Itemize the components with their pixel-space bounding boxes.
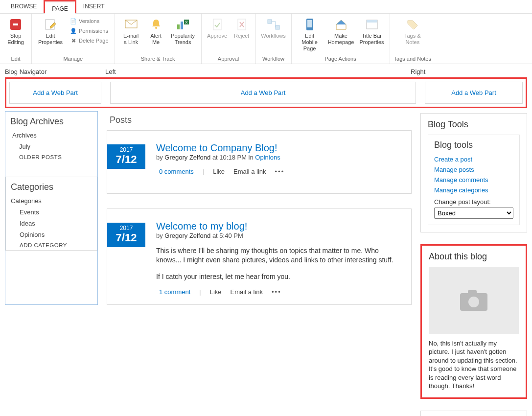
post-date: 7/12: [107, 231, 145, 244]
svg-rect-18: [468, 290, 477, 295]
zone-headers: Blog Navigator Left Right: [0, 68, 532, 75]
blog-tools-panel: Blog Tools Blog tools Create a post Mana…: [420, 113, 527, 232]
post-meta: by Gregory Zelfond at 5:40 PM: [156, 232, 401, 239]
title-bar-label: Title Bar Properties: [359, 33, 384, 46]
alert-me-label: Alert Me: [149, 33, 163, 46]
versions-button[interactable]: 📄Versions: [68, 17, 111, 25]
post-at: at 10:18 PM in: [210, 154, 255, 161]
svg-point-19: [468, 297, 479, 307]
post-category-link[interactable]: Opinions: [255, 154, 280, 161]
tab-insert[interactable]: INSERT: [76, 0, 112, 13]
post-like-button[interactable]: Like: [210, 288, 222, 296]
blog-navigator-zone: Blog Archives Archives July OLDER POSTS …: [5, 111, 98, 305]
popularity-label: Popularity Trends: [171, 33, 195, 46]
stop-icon: [9, 18, 23, 31]
ribbon-tabs: BROWSE PAGE INSERT: [0, 0, 532, 14]
stop-editing-label: Stop Editing: [7, 33, 24, 46]
categories-heading: Categories: [6, 177, 97, 195]
bell-icon: [149, 18, 163, 31]
change-layout-label: Change post layout:: [434, 198, 513, 206]
reject-button[interactable]: Reject: [232, 16, 252, 41]
title-bar-properties-button[interactable]: Title Bar Properties: [358, 16, 386, 47]
archives-label[interactable]: Archives: [5, 130, 97, 141]
ribbon-group-edit-label: Edit: [11, 54, 21, 63]
approve-icon: [210, 18, 224, 31]
post-like-button[interactable]: Like: [213, 168, 225, 175]
stop-editing-button[interactable]: Stop Editing: [4, 16, 27, 47]
category-events[interactable]: Events: [6, 207, 97, 218]
blog-tools-inner: Blog tools Create a post Manage posts Ma…: [428, 135, 520, 225]
workflows-label: Workflows: [261, 33, 286, 39]
reject-label: Reject: [234, 33, 249, 39]
tags-notes-button[interactable]: Tags & Notes: [401, 16, 424, 47]
manage-categories-link[interactable]: Manage categories: [434, 185, 513, 195]
category-ideas[interactable]: Ideas: [6, 218, 97, 229]
email-link-button[interactable]: E-mail a Link: [119, 16, 143, 47]
manage-comments-link[interactable]: Manage comments: [434, 175, 513, 185]
edit-mobile-label: Edit Mobile Page: [299, 33, 321, 52]
post-date-badge: 2017 7/12: [107, 223, 145, 247]
post-comments-link[interactable]: 0 comments: [159, 168, 194, 175]
post-meta: by Gregory Zelfond at 10:18 PM in Opinio…: [156, 154, 401, 161]
add-web-part-left[interactable]: Add a Web Part: [110, 82, 416, 104]
about-this-blog-panel: About this blog No, this isn't actually …: [420, 244, 527, 399]
post-layout-select[interactable]: Boxed: [434, 208, 513, 219]
edit-mobile-page-button[interactable]: Edit Mobile Page: [296, 16, 324, 54]
post-at: at 5:40 PM: [210, 232, 243, 239]
popularity-trends-button[interactable]: X Popularity Trends: [169, 16, 197, 47]
zone-header-left: Left: [105, 68, 411, 75]
archive-july[interactable]: July: [5, 141, 97, 152]
alert-me-button[interactable]: Alert Me: [146, 16, 166, 47]
add-web-part-blog-navigator[interactable]: Add a Web Part: [9, 82, 101, 104]
svg-rect-12: [276, 25, 279, 29]
post-email-link[interactable]: Email a link: [231, 288, 263, 296]
svg-rect-1: [13, 23, 18, 25]
workflow-icon: [267, 18, 280, 31]
permissions-button[interactable]: 👤Permissions: [68, 26, 111, 35]
categories-panel: Categories Categories Events Ideas Opini…: [5, 177, 97, 251]
post-year: 2017: [107, 146, 145, 153]
about-heading: About this blog: [429, 252, 519, 262]
older-posts-link[interactable]: OLDER POSTS: [5, 152, 97, 162]
post-actions: 0 comments | Like Email a link •••: [156, 168, 401, 175]
post-title-link[interactable]: Welcome to my blog!: [156, 221, 247, 231]
manage-posts-link[interactable]: Manage posts: [434, 164, 513, 175]
post-more-menu[interactable]: •••: [272, 288, 281, 296]
titlebar-icon: [365, 18, 379, 31]
ribbon-group-tags-notes: Tags & Notes Tags and Notes: [390, 14, 435, 64]
post-comments-link[interactable]: 1 comment: [159, 288, 190, 296]
post-email-link[interactable]: Email a link: [233, 168, 266, 175]
tags-notes-label: Tags & Notes: [404, 33, 421, 46]
zone-header-blog-navigator: Blog Navigator: [5, 68, 105, 75]
svg-rect-14: [307, 20, 312, 27]
add-category-link[interactable]: ADD CATEGORY: [6, 240, 97, 250]
make-homepage-button[interactable]: Make Homepage: [327, 16, 355, 47]
categories-label[interactable]: Categories: [6, 195, 97, 207]
delete-page-button[interactable]: ✖Delete Page: [68, 36, 111, 45]
ribbon-group-approval: Approve Reject Approval: [202, 14, 256, 64]
approve-button[interactable]: Approve: [206, 16, 229, 41]
add-web-part-right[interactable]: Add a Web Part: [425, 82, 523, 104]
post-date: 7/12: [107, 153, 145, 166]
ribbon-group-tags-label: Tags and Notes: [394, 54, 431, 63]
post-year: 2017: [107, 225, 145, 231]
tab-browse[interactable]: BROWSE: [4, 0, 44, 13]
edit-properties-icon: [44, 18, 57, 31]
post-card: 2017 7/12 Welcome to Company Blog! by Gr…: [107, 130, 412, 194]
add-web-part-row-highlight: Add a Web Part Add a Web Part Add a Web …: [5, 77, 527, 108]
post-more-menu[interactable]: •••: [275, 168, 285, 175]
category-opinions[interactable]: Opinions: [6, 229, 97, 240]
zone-header-right: Right: [411, 68, 527, 75]
ribbon-group-page-actions: Edit Mobile Page Make Homepage Title Bar…: [292, 14, 390, 64]
edit-properties-button[interactable]: Edit Properties: [36, 16, 65, 47]
create-post-link[interactable]: Create a post: [434, 154, 513, 164]
right-zone: Blog Tools Blog tools Create a post Mana…: [420, 113, 527, 416]
svg-point-4: [155, 27, 157, 29]
versions-icon: 📄: [70, 18, 77, 24]
ribbon-group-workflow: Workflows Workflow: [256, 14, 292, 64]
workflows-button[interactable]: Workflows: [260, 16, 287, 41]
ribbon-group-approval-label: Approval: [218, 54, 239, 63]
post-title-link[interactable]: Welcome to Company Blog!: [156, 142, 278, 153]
tab-page[interactable]: PAGE: [45, 1, 74, 14]
delete-icon: ✖: [70, 37, 77, 44]
